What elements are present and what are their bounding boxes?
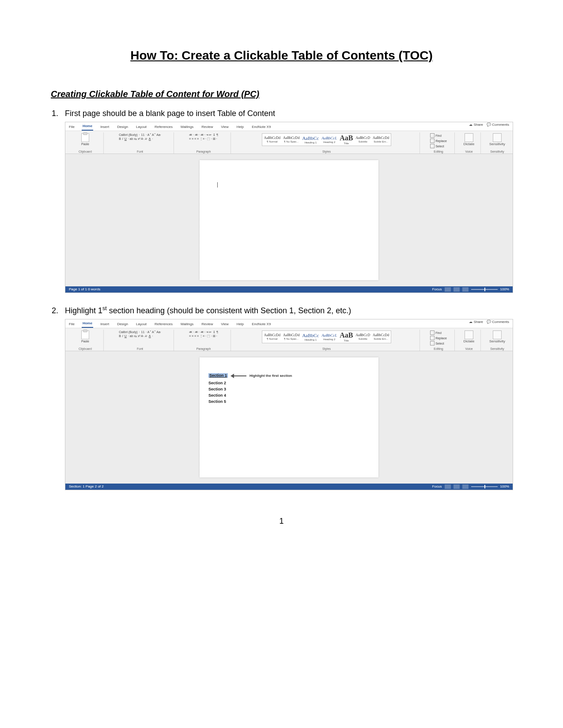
callout-text: Highlight the first section <box>249 374 292 378</box>
tab-view[interactable]: View <box>220 124 230 131</box>
sensitivity-icon <box>493 133 502 142</box>
word-statusbar-1: Page 1 of 1 0 words Focus 100% <box>65 286 513 293</box>
tab-view-2[interactable]: View <box>220 321 230 328</box>
word-screenshot-2: File Home Insert Design Layout Reference… <box>65 319 513 490</box>
group-paragraph-2: ≔ · ≔ · ≔ · ⇥ ⇤ ↧ ¶ ≡ ≡ ≡ ≡ ⋮≡ · ⬚ · ⊞ ·… <box>177 330 231 351</box>
step-2-text: Highlight 1st section heading (should be… <box>65 306 351 315</box>
view-read-icon-2[interactable] <box>445 484 451 489</box>
tab-references-2[interactable]: References <box>154 321 174 328</box>
styles-gallery[interactable]: AaBbCcDd¶ Normal AaBbCcDd¶ No Spac... Aa… <box>262 133 392 146</box>
select-button[interactable]: Select <box>430 144 447 148</box>
tab-home-2[interactable]: Home <box>82 320 93 328</box>
font-name-combo[interactable]: Calibri (Body) <box>119 133 137 136</box>
word-workspace-2: Section 1 Highlight the first section Se… <box>65 351 513 484</box>
tab-home[interactable]: Home <box>82 123 93 131</box>
steps-list: First page should be a blank page to ins… <box>60 109 512 490</box>
section-list: Section 1 Highlight the first section Se… <box>208 373 370 404</box>
styles-gallery-2[interactable]: AaBbCcDd¶ Normal AaBbCcDd¶ No Spac... Aa… <box>262 330 392 343</box>
replace-button[interactable]: Replace <box>430 139 447 143</box>
step-2: Highlight 1st section heading (should be… <box>60 305 512 490</box>
group-label-clipboard: Clipboard <box>67 150 103 153</box>
tab-mailings[interactable]: Mailings <box>180 124 194 131</box>
dictate-icon <box>465 133 473 142</box>
focus-mode-button[interactable]: Focus <box>432 288 442 291</box>
zoom-value[interactable]: 100% <box>500 288 509 291</box>
document-page: How To: Create a Clickable Table of Cont… <box>0 0 563 552</box>
comments-button[interactable]: 💬 Comments <box>487 123 509 127</box>
tab-design-2[interactable]: Design <box>116 321 129 328</box>
section-1-highlighted[interactable]: Section 1 <box>208 373 228 378</box>
section-3: Section 3 <box>208 387 370 391</box>
group-voice: Dictate Voice <box>457 132 481 154</box>
ribbon-tabs: File Home Insert Design Layout Reference… <box>65 122 513 131</box>
tab-file[interactable]: File <box>68 124 76 131</box>
section-2: Section 2 <box>208 381 370 385</box>
section-4: Section 4 <box>208 394 370 398</box>
tab-endnote[interactable]: EndNote X9 <box>251 124 272 131</box>
sections-page[interactable]: Section 1 Highlight the first section Se… <box>200 357 378 477</box>
section-5: Section 5 <box>208 400 370 404</box>
group-label-font: Font <box>106 150 174 153</box>
view-print-icon-2[interactable] <box>453 484 460 489</box>
share-button[interactable]: ☁ Share <box>469 123 483 127</box>
paste-button[interactable]: Paste <box>81 133 89 146</box>
tab-review[interactable]: Review <box>200 124 214 131</box>
step-1-text: First page should be a blank page to ins… <box>65 109 275 118</box>
group-sensitivity-2: Sensitivity Sensitivity <box>484 330 511 351</box>
page-number: 1 <box>51 517 512 526</box>
word-statusbar-2: Section: 1 Page 2 of 2 Focus 100% <box>65 484 513 490</box>
focus-mode-button-2[interactable]: Focus <box>432 485 442 488</box>
group-font: Calibri (Body) · 11 · A˄ A˅ Aa· B I U · … <box>106 132 174 154</box>
find-button[interactable]: Find <box>430 133 447 138</box>
tab-file-2[interactable]: File <box>68 321 76 328</box>
group-label-styles: Styles <box>234 150 419 153</box>
view-web-icon[interactable] <box>462 287 469 292</box>
blank-page[interactable] <box>200 160 378 280</box>
group-editing-2: Find Replace Select Editing <box>423 330 455 351</box>
group-clipboard: Paste Clipboard <box>67 132 104 154</box>
tab-endnote-2[interactable]: EndNote X9 <box>251 321 272 328</box>
group-sensitivity: Sensitivity Sensitivity <box>484 132 511 154</box>
page-title: How To: Create a Clickable Table of Cont… <box>51 49 512 63</box>
ribbon-body-2: Paste Clipboard Calibri (Body) · 11 · A˄… <box>65 328 513 351</box>
statusbar-left: Page 1 of 1 0 words <box>69 288 100 291</box>
tab-references[interactable]: References <box>154 124 174 131</box>
tab-layout[interactable]: Layout <box>135 124 147 131</box>
select-icon <box>430 144 435 148</box>
text-caret <box>217 182 218 188</box>
paste-icon <box>81 133 89 142</box>
view-print-icon[interactable] <box>453 287 460 292</box>
zoom-slider-2[interactable] <box>471 486 498 487</box>
tab-help-2[interactable]: Help <box>236 321 245 328</box>
view-web-icon-2[interactable] <box>462 484 469 489</box>
paste-button-2[interactable]: Paste <box>81 330 89 343</box>
callout-arrow-icon <box>230 373 246 379</box>
paste-icon-2 <box>81 330 89 339</box>
group-font-2: Calibri (Body) · 11 · A˄ A˅ Aa· B I U · … <box>106 330 174 351</box>
share-button-2[interactable]: ☁ Share <box>469 320 483 324</box>
group-label-paragraph: Paragraph <box>177 150 230 153</box>
word-screenshot-1: File Home Insert Design Layout Reference… <box>65 122 513 293</box>
subtitle: Creating Clickable Table of Content for … <box>51 89 512 99</box>
dictate-button[interactable]: Dictate <box>464 133 475 146</box>
word-workspace-1 <box>65 154 513 286</box>
font-size-combo[interactable]: 11 <box>141 133 145 136</box>
tab-insert-2[interactable]: Insert <box>99 321 110 328</box>
group-paragraph: ≔ · ≔ · ≔ · ⇥ ⇤ ↧ ¶ ≡ ≡ ≡ ≡ ⋮≡ · ⬚ · ⊞ ·… <box>177 132 231 154</box>
tab-review-2[interactable]: Review <box>200 321 214 328</box>
view-read-icon[interactable] <box>445 287 451 292</box>
group-clipboard-2: Paste Clipboard <box>67 330 104 351</box>
tab-help[interactable]: Help <box>236 124 245 131</box>
tab-mailings-2[interactable]: Mailings <box>180 321 194 328</box>
zoom-value-2[interactable]: 100% <box>500 485 509 488</box>
step-1: First page should be a blank page to ins… <box>60 109 512 293</box>
tab-design[interactable]: Design <box>116 124 129 131</box>
replace-icon <box>430 139 435 143</box>
zoom-slider[interactable] <box>471 289 498 290</box>
group-styles-2: AaBbCcDd¶ Normal AaBbCcDd¶ No Spac... Aa… <box>234 330 420 351</box>
comments-button-2[interactable]: 💬 Comments <box>487 320 509 324</box>
sensitivity-button[interactable]: Sensitivity <box>489 133 505 146</box>
find-icon <box>430 133 435 138</box>
tab-layout-2[interactable]: Layout <box>135 321 147 328</box>
tab-insert[interactable]: Insert <box>99 124 110 131</box>
